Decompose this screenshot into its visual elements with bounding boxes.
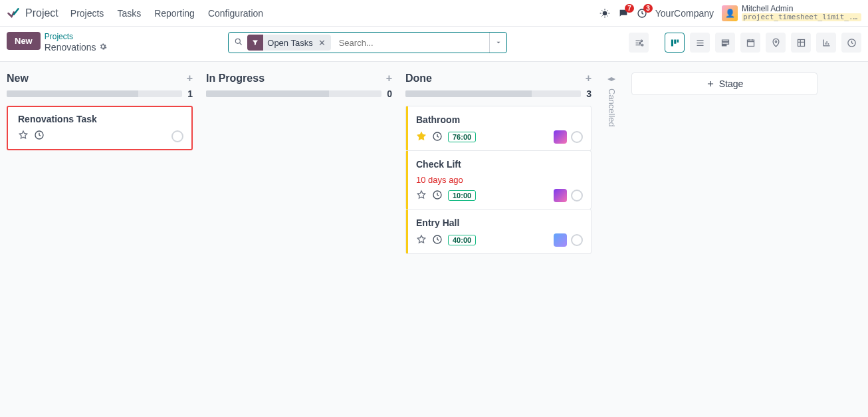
app-title[interactable]: Project bbox=[25, 7, 58, 19]
main-menu: Projects Tasks Reporting Configuration bbox=[70, 8, 263, 19]
collapsed-column-label[interactable]: Cancelled bbox=[607, 88, 617, 127]
user-avatar-icon: 👤 bbox=[722, 5, 738, 21]
collapsed-column[interactable]: ◂▸ Cancelled bbox=[605, 72, 618, 127]
star-icon[interactable] bbox=[18, 130, 29, 142]
column-title[interactable]: In Progress bbox=[206, 72, 265, 84]
column-count: 1 bbox=[187, 88, 193, 99]
state-dot[interactable] bbox=[571, 234, 583, 246]
state-dot[interactable] bbox=[171, 130, 183, 142]
hours-pill: 76:00 bbox=[448, 132, 476, 142]
column-add-button[interactable]: + bbox=[386, 72, 392, 84]
svg-rect-8 bbox=[677, 39, 679, 42]
column-progress-row: 1 bbox=[7, 88, 193, 99]
company-switcher[interactable]: YourCompany bbox=[655, 8, 714, 19]
new-button[interactable]: New bbox=[7, 32, 41, 50]
star-icon[interactable] bbox=[416, 131, 427, 144]
task-footer: 10:00 bbox=[416, 189, 583, 202]
activities-badge: 3 bbox=[643, 4, 653, 13]
column-header: Done + bbox=[405, 72, 592, 84]
breadcrumb-parent[interactable]: Projects bbox=[45, 32, 107, 41]
expand-icon[interactable]: ◂▸ bbox=[607, 74, 615, 83]
view-activity-button[interactable] bbox=[841, 33, 861, 53]
svg-point-5 bbox=[641, 44, 643, 46]
svg-rect-9 bbox=[722, 40, 728, 42]
panel-settings-button[interactable] bbox=[629, 33, 649, 53]
gear-icon[interactable] bbox=[99, 42, 107, 53]
view-pivot-button[interactable] bbox=[791, 33, 811, 53]
user-db-tag: project_timesheet_limit_... bbox=[742, 13, 861, 21]
task-footer bbox=[18, 130, 183, 142]
column-count: 0 bbox=[387, 88, 392, 99]
nav-right: 7 3 YourCompany 👤 Mitchell Admin project… bbox=[599, 5, 861, 21]
clock-icon[interactable] bbox=[432, 131, 443, 144]
filter-icon bbox=[247, 35, 263, 51]
control-bar: New Projects Renovations Open T bbox=[0, 27, 868, 62]
view-kanban-button[interactable] bbox=[665, 33, 685, 53]
task-footer: 40:00 bbox=[416, 233, 583, 247]
clock-icon[interactable] bbox=[34, 130, 45, 142]
top-nav: Project Projects Tasks Reporting Configu… bbox=[0, 0, 868, 27]
task-title: Bathroom bbox=[416, 114, 583, 125]
svg-rect-14 bbox=[798, 39, 804, 46]
user-menu[interactable]: 👤 Mitchell Admin project_timesheet_limit… bbox=[722, 5, 861, 21]
column-add-button[interactable]: + bbox=[187, 72, 193, 84]
view-calendar-button[interactable] bbox=[740, 33, 760, 53]
column-title[interactable]: New bbox=[7, 72, 29, 84]
activities-icon[interactable]: 3 bbox=[637, 8, 647, 19]
menu-configuration[interactable]: Configuration bbox=[208, 8, 263, 19]
svg-point-0 bbox=[602, 11, 607, 15]
assignee-avatar[interactable] bbox=[554, 233, 567, 247]
add-stage-column: Stage bbox=[631, 72, 817, 95]
kanban-column: In Progress + 0 bbox=[206, 72, 392, 106]
task-card[interactable]: Bathroom 76:00 bbox=[405, 106, 592, 151]
view-form-button[interactable] bbox=[715, 33, 735, 53]
star-icon[interactable] bbox=[416, 190, 427, 202]
breadcrumb: New Projects Renovations bbox=[7, 32, 107, 53]
view-graph-button[interactable] bbox=[816, 33, 836, 53]
view-list-button[interactable] bbox=[690, 33, 710, 53]
task-card[interactable]: Check Lift 10 days ago 10:00 bbox=[405, 150, 592, 209]
column-header: In Progress + bbox=[206, 72, 392, 84]
menu-reporting[interactable]: Reporting bbox=[154, 8, 195, 19]
debug-icon[interactable] bbox=[599, 8, 610, 19]
menu-projects[interactable]: Projects bbox=[70, 8, 104, 19]
task-title: Check Lift bbox=[416, 159, 583, 170]
svg-rect-12 bbox=[747, 40, 754, 46]
add-stage-button[interactable]: Stage bbox=[631, 72, 817, 95]
column-count: 3 bbox=[586, 88, 592, 99]
filter-chip-remove[interactable]: ✕ bbox=[317, 38, 327, 48]
state-dot[interactable] bbox=[571, 190, 583, 202]
star-icon[interactable] bbox=[416, 234, 427, 247]
user-name: Mitchell Admin bbox=[742, 5, 861, 13]
view-map-button[interactable] bbox=[766, 33, 786, 53]
svg-point-2 bbox=[236, 39, 241, 43]
svg-point-4 bbox=[639, 42, 641, 44]
add-stage-label: Stage bbox=[719, 78, 744, 89]
state-dot[interactable] bbox=[571, 131, 583, 143]
kanban-board: New + 1 Renovations Task bbox=[0, 62, 868, 417]
column-progress-row: 3 bbox=[405, 88, 592, 99]
column-add-button[interactable]: + bbox=[586, 72, 592, 84]
task-card[interactable]: Renovations Task bbox=[7, 106, 193, 150]
search-caret[interactable] bbox=[489, 33, 506, 53]
assignee-avatar[interactable] bbox=[554, 130, 567, 144]
menu-tasks[interactable]: Tasks bbox=[117, 8, 141, 19]
clock-icon[interactable] bbox=[432, 234, 443, 247]
kanban-column: New + 1 Renovations Task bbox=[7, 72, 193, 154]
svg-rect-7 bbox=[674, 39, 676, 43]
kanban-column: Done + 3 Bathroom bbox=[405, 72, 592, 254]
view-switcher bbox=[629, 33, 861, 53]
breadcrumb-current: Renovations bbox=[45, 42, 107, 53]
svg-point-13 bbox=[775, 41, 777, 43]
task-card[interactable]: Entry Hall 40:00 bbox=[405, 209, 592, 254]
search-input[interactable] bbox=[336, 33, 490, 53]
column-title[interactable]: Done bbox=[405, 72, 432, 84]
clock-icon[interactable] bbox=[432, 190, 443, 202]
search-icon[interactable] bbox=[234, 37, 243, 49]
assignee-avatar[interactable] bbox=[554, 189, 567, 202]
messages-badge: 7 bbox=[625, 4, 634, 13]
messages-icon[interactable]: 7 bbox=[618, 8, 629, 19]
svg-rect-6 bbox=[671, 39, 673, 46]
svg-rect-11 bbox=[722, 45, 726, 45]
column-progress-bar bbox=[206, 90, 381, 97]
